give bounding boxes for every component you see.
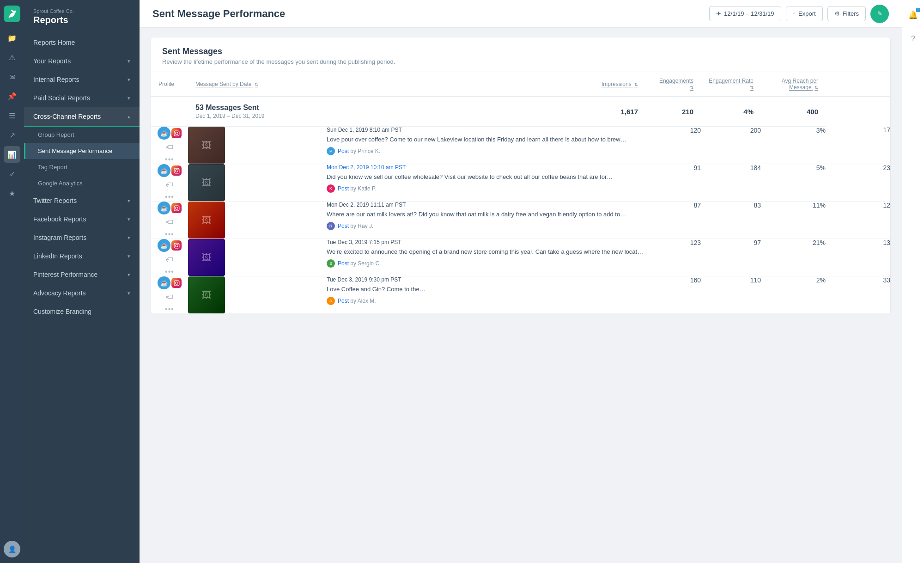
more-options-icon[interactable]: ••• xyxy=(165,230,174,239)
sidebar-item-google-analytics[interactable]: Google Analytics xyxy=(24,175,140,191)
app-logo[interactable] xyxy=(4,6,20,22)
message-engagements: 184 xyxy=(701,164,761,202)
message-thumbnail: 🖼 xyxy=(188,202,225,239)
sort-icon: ⇅ xyxy=(255,82,258,87)
sidebar-item-facebook-reports[interactable]: Facebook Reports ▾ xyxy=(24,210,140,228)
message-date[interactable]: Mon Dec 2, 2019 10:10 am PST xyxy=(327,164,645,171)
filters-button[interactable]: ⚙ Filters xyxy=(827,6,866,21)
author-avatar: S xyxy=(327,259,335,268)
message-impressions: 160 xyxy=(645,276,701,314)
summary-avg-reach: 400 xyxy=(761,97,826,126)
message-engagements: 83 xyxy=(701,202,761,239)
message-engagement-rate: 3% xyxy=(761,126,826,164)
tag-icon[interactable]: 🏷 xyxy=(166,143,173,152)
chevron-down-icon: ▾ xyxy=(128,95,130,101)
svg-point-4 xyxy=(175,169,177,171)
nav-folder-icon[interactable]: 📁 xyxy=(4,30,20,46)
page-title: Sent Message Performance xyxy=(152,8,285,20)
profile-coffee-icon: ☕ xyxy=(158,127,170,140)
nav-alert-icon[interactable]: ⚠ xyxy=(4,49,20,66)
table-row: ☕ 🏷 ••• 🖼 Mon Dec 2, 2019 10:10 am PST D… xyxy=(151,164,890,202)
col-avg-reach[interactable]: Avg Reach per Message ⇅ xyxy=(761,72,826,97)
export-button[interactable]: ↑ Export xyxy=(786,6,823,21)
instagram-icon xyxy=(171,278,182,288)
sidebar-item-sent-message-performance[interactable]: Sent Message Performance xyxy=(24,143,140,159)
nav-star-icon[interactable]: ★ xyxy=(4,185,20,202)
profile-coffee-icon: ☕ xyxy=(158,239,170,252)
chevron-down-icon: ▾ xyxy=(128,235,130,241)
more-options-icon[interactable]: ••• xyxy=(165,155,174,164)
nav-send-icon[interactable]: ↗ xyxy=(4,127,20,143)
chevron-down-icon: ▾ xyxy=(128,198,130,204)
svg-point-1 xyxy=(175,132,177,134)
summary-engagements: 210 xyxy=(645,97,701,126)
messages-table: Profile Message Sent by Date ⇅ Impressio… xyxy=(151,72,890,314)
user-avatar[interactable]: 👤 xyxy=(4,541,20,557)
sidebar-item-customize-branding[interactable]: Customize Branding xyxy=(24,302,140,321)
summary-engagement-rate: 4% xyxy=(701,97,761,126)
instagram-icon xyxy=(171,203,182,213)
send-icon: ✈ xyxy=(716,10,721,17)
tag-icon[interactable]: 🏷 xyxy=(166,218,173,226)
more-options-icon[interactable]: ••• xyxy=(165,193,174,201)
post-label[interactable]: Post by Alex M. xyxy=(338,298,376,304)
sort-icon: ⇅ xyxy=(690,85,693,90)
message-engagement-rate: 5% xyxy=(761,164,826,202)
help-icon[interactable]: ? xyxy=(905,31,922,47)
sidebar-item-advocacy-reports[interactable]: Advocacy Reports ▾ xyxy=(24,284,140,302)
col-message-date[interactable]: Message Sent by Date ⇅ xyxy=(188,72,327,97)
col-engagements[interactable]: Engagements ⇅ xyxy=(645,72,701,97)
date-range-button[interactable]: ✈ 12/1/19 – 12/31/19 xyxy=(709,6,781,21)
tag-icon[interactable]: 🏷 xyxy=(166,256,173,264)
sidebar-item-pinterest-performance[interactable]: Pinterest Performance ▾ xyxy=(24,265,140,284)
more-options-icon[interactable]: ••• xyxy=(165,268,174,276)
post-label[interactable]: Post by Ray J. xyxy=(338,223,373,229)
sidebar-item-tag-report[interactable]: Tag Report xyxy=(24,159,140,175)
svg-point-5 xyxy=(177,169,178,170)
nav-inbox-icon[interactable]: ✉ xyxy=(4,68,20,85)
chevron-up-icon: ▴ xyxy=(128,114,130,120)
post-label[interactable]: Post by Prince K. xyxy=(338,148,380,154)
nav-pin-icon[interactable]: 📌 xyxy=(4,88,20,104)
tag-icon[interactable]: 🏷 xyxy=(166,181,173,189)
more-options-icon[interactable]: ••• xyxy=(165,305,174,313)
sidebar-item-instagram-reports[interactable]: Instagram Reports ▾ xyxy=(24,228,140,247)
nav-list-icon[interactable]: ☰ xyxy=(4,107,20,124)
sidebar-item-paid-social-reports[interactable]: Paid Social Reports ▾ xyxy=(24,89,140,107)
post-label[interactable]: Post by Katie P. xyxy=(338,185,377,192)
sidebar-item-twitter-reports[interactable]: Twitter Reports ▾ xyxy=(24,191,140,210)
sidebar-item-your-reports[interactable]: Your Reports ▾ xyxy=(24,52,140,70)
top-bar: Sent Message Performance ✈ 12/1/19 – 12/… xyxy=(140,0,902,28)
report-card: Sent Messages Review the lifetime perfor… xyxy=(151,37,891,314)
cross-channel-sub-menu: Group Report Sent Message Performance Ta… xyxy=(24,127,140,191)
table-row: ☕ 🏷 ••• 🖼 Mon Dec 2, 2019 11:11 am PST W… xyxy=(151,202,890,239)
summary-date-range: Dec 1, 2019 – Dec 31, 2019 xyxy=(195,113,319,119)
sidebar-item-linkedin-reports[interactable]: LinkedIn Reports ▾ xyxy=(24,247,140,265)
author-avatar: R xyxy=(327,222,335,230)
chevron-down-icon: ▾ xyxy=(128,77,130,83)
profile-coffee-icon: ☕ xyxy=(158,276,170,289)
sidebar: Sprout Coffee Co. Reports Reports Home Y… xyxy=(24,0,140,563)
svg-point-11 xyxy=(177,244,178,245)
message-date: Tue Dec 3, 2019 7:15 pm PST xyxy=(327,239,645,245)
table-row: ☕ 🏷 ••• 🖼 Tue Dec 3, 2019 7:15 pm PST We… xyxy=(151,239,890,276)
notification-icon[interactable]: 🔔 xyxy=(905,6,922,23)
sidebar-item-internal-reports[interactable]: Internal Reports ▾ xyxy=(24,70,140,89)
col-impressions[interactable]: Impressions ⇅ xyxy=(327,72,645,97)
compose-button[interactable]: ✎ xyxy=(870,5,889,23)
post-label[interactable]: Post by Sergio C. xyxy=(338,260,381,267)
sidebar-item-reports-home[interactable]: Reports Home xyxy=(24,33,140,52)
nav-tasks-icon[interactable]: ✓ xyxy=(4,165,20,182)
nav-reports-icon[interactable]: 📊 xyxy=(4,146,20,163)
top-bar-actions: ✈ 12/1/19 – 12/31/19 ↑ Export ⚙ Filters … xyxy=(709,5,889,23)
tag-icon[interactable]: 🏷 xyxy=(166,293,173,301)
svg-point-7 xyxy=(175,207,177,209)
icon-bar: 📁 ⚠ ✉ 📌 ☰ ↗ 📊 ✓ ★ 👤 xyxy=(0,0,24,563)
svg-point-2 xyxy=(177,131,178,132)
message-thumbnail: 🖼 xyxy=(188,276,225,313)
sidebar-item-group-report[interactable]: Group Report xyxy=(24,127,140,143)
col-engagement-rate[interactable]: Engagement Rate ⇅ xyxy=(701,72,761,97)
svg-point-10 xyxy=(175,244,177,246)
sidebar-item-cross-channel-reports[interactable]: Cross-Channel Reports ▴ xyxy=(24,107,140,127)
summary-row: 53 Messages Sent Dec 1, 2019 – Dec 31, 2… xyxy=(151,97,890,126)
